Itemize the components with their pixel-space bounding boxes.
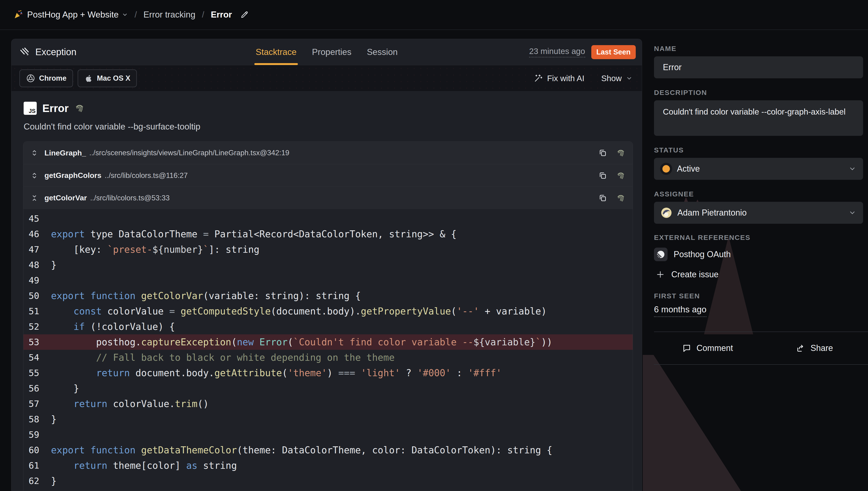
- fingerprint-icon[interactable]: [74, 103, 85, 114]
- breadcrumb-section[interactable]: Error tracking: [143, 10, 195, 20]
- frame-actions: [598, 171, 626, 180]
- code-text: }: [51, 475, 57, 486]
- code-line: 51 const colorValue = getComputedStyle(d…: [23, 304, 633, 319]
- code-text: // Fall back to black or white depending…: [51, 352, 395, 363]
- line-number: 59: [23, 430, 51, 440]
- header-right: 23 minutes ago Last Seen: [529, 45, 636, 59]
- chrome-icon: [26, 74, 35, 83]
- stack-frame[interactable]: getGraphColors../src/lib/colors.ts@116:2…: [23, 164, 633, 186]
- line-number: 49: [23, 275, 51, 286]
- status-label: STATUS: [654, 146, 868, 154]
- code-line: 48}: [23, 257, 633, 272]
- code-viewer: 4546export type DataColorTheme = Partial…: [23, 209, 633, 491]
- badge-chrome: Chrome: [20, 69, 73, 87]
- description-input[interactable]: Couldn't find color variable --color-gra…: [654, 100, 863, 136]
- exception-stripes-icon: [20, 47, 30, 58]
- fingerprint-icon[interactable]: [616, 193, 626, 203]
- code-text: }: [51, 414, 57, 425]
- expand-icon[interactable]: [30, 149, 38, 157]
- chevron-down-icon: [626, 75, 633, 82]
- last-seen-time[interactable]: 23 minutes ago: [529, 47, 585, 58]
- frame-location: ../src/scenes/insights/views/LineGraph/L…: [89, 149, 289, 157]
- show-dropdown[interactable]: Show: [601, 74, 633, 83]
- stack-frame[interactable]: LineGraph_../src/scenes/insights/views/L…: [23, 142, 633, 164]
- issue-sidebar: NAME Error DESCRIPTION Couldn't find col…: [654, 38, 868, 365]
- name-input[interactable]: Error: [654, 56, 863, 78]
- chevron-down-icon: [848, 165, 856, 173]
- first-seen-value[interactable]: 6 months ago: [654, 305, 706, 317]
- copy-icon[interactable]: [598, 148, 607, 157]
- breadcrumb-project[interactable]: PostHog App + Website: [27, 10, 128, 20]
- code-text: }: [51, 260, 57, 270]
- fix-with-ai-button[interactable]: Fix with AI: [534, 74, 584, 83]
- copy-icon[interactable]: [598, 171, 607, 180]
- external-reference-label: Posthog OAuth: [674, 250, 731, 259]
- code-text: export function getDataThemeColor(theme:…: [51, 445, 552, 456]
- project-icon: [13, 10, 23, 20]
- code-line: 45: [23, 211, 633, 226]
- description-label: DESCRIPTION: [654, 89, 868, 96]
- code-line: 46export type DataColorTheme = Partial<R…: [23, 226, 633, 242]
- badge-apple: Mac OS X: [78, 69, 137, 87]
- line-number: 56: [23, 383, 51, 394]
- fix-with-ai-label: Fix with AI: [547, 74, 584, 83]
- last-seen-badge: Last Seen: [591, 45, 636, 59]
- create-issue-button[interactable]: Create issue: [654, 267, 868, 282]
- code-line: 55 return document.body.getAttribute('th…: [23, 365, 633, 381]
- error-message: Couldn't find color variable --bg-surfac…: [19, 122, 635, 132]
- code-line: 50export function getColorVar(variable: …: [23, 288, 633, 304]
- external-references-label: EXTERNAL REFERENCES: [654, 234, 868, 241]
- code-line: 54 // Fall back to black or white depend…: [23, 350, 633, 365]
- line-number: 48: [23, 260, 51, 270]
- error-type-row: JS Error: [19, 102, 635, 115]
- code-text: posthog.captureException(new Error(`Coul…: [51, 337, 552, 347]
- breadcrumb-separator: /: [199, 10, 206, 20]
- assignee-avatar: [661, 207, 672, 218]
- line-number: 55: [23, 368, 51, 378]
- code-text: return theme[color] as string: [51, 460, 237, 471]
- fingerprint-icon[interactable]: [616, 148, 626, 158]
- external-reference-item[interactable]: Posthog OAuth: [654, 247, 868, 262]
- line-number: 52: [23, 321, 51, 332]
- tab-bar: StacktracePropertiesSession: [256, 39, 398, 65]
- fingerprint-icon[interactable]: [616, 171, 626, 180]
- javascript-icon-label: JS: [29, 108, 35, 114]
- breadcrumb-separator: /: [132, 10, 139, 20]
- apple-icon: [84, 74, 93, 83]
- assignee-label: ASSIGNEE: [654, 190, 868, 198]
- share-button[interactable]: Share: [761, 343, 868, 353]
- collapse-icon[interactable]: [30, 194, 38, 202]
- status-select[interactable]: Active: [654, 158, 863, 180]
- assignee-select[interactable]: Adam Pietrantonio: [654, 202, 863, 224]
- code-line: 57 return colorValue.trim(): [23, 396, 633, 411]
- stack-frame[interactable]: getColorVar../src/lib/colors.ts@53:33: [23, 186, 633, 209]
- breadcrumb-project-label: PostHog App + Website: [27, 10, 119, 20]
- stack-frames: LineGraph_../src/scenes/insights/views/L…: [23, 141, 633, 491]
- create-issue-label: Create issue: [671, 269, 719, 280]
- tab-stacktrace[interactable]: Stacktrace: [256, 39, 297, 65]
- line-number: 51: [23, 306, 51, 316]
- share-label: Share: [810, 343, 833, 353]
- code-line: 47 [key: `preset-${number}`]: string: [23, 242, 633, 257]
- chevron-down-icon: [122, 12, 128, 18]
- frame-actions: [598, 193, 626, 203]
- name-label: NAME: [654, 45, 868, 53]
- badge-label: Chrome: [39, 74, 66, 83]
- line-number: 62: [23, 476, 51, 486]
- tab-session[interactable]: Session: [367, 39, 398, 65]
- plus-icon: [655, 269, 665, 280]
- expand-icon[interactable]: [30, 172, 38, 179]
- copy-icon[interactable]: [598, 194, 607, 202]
- sidebar-footer: Comment Share: [654, 331, 868, 365]
- frame-function: getGraphColors: [45, 171, 102, 180]
- error-type: Error: [42, 102, 68, 115]
- show-label: Show: [601, 74, 622, 83]
- code-line: 49: [23, 272, 633, 288]
- frame-actions: [598, 148, 626, 158]
- comment-icon: [682, 344, 692, 353]
- tab-properties[interactable]: Properties: [312, 39, 352, 65]
- context-strip: ChromeMac OS X Fix with AI Show: [11, 65, 642, 91]
- edit-title-button[interactable]: [240, 10, 249, 19]
- code-text: export function getColorVar(variable: st…: [51, 290, 361, 301]
- comment-button[interactable]: Comment: [654, 343, 761, 353]
